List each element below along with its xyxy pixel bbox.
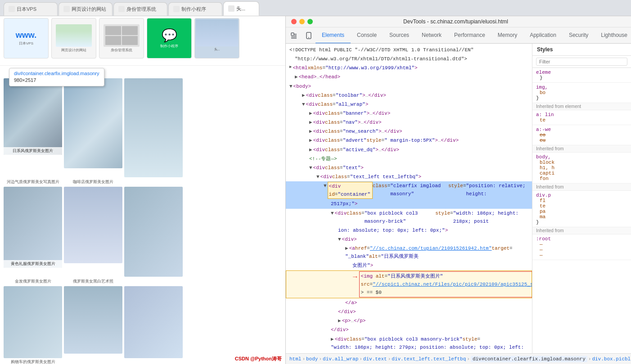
window-max-btn[interactable]	[307, 19, 313, 24]
style-rule-aweb: a:-we co cu	[532, 125, 631, 145]
breadcrumb-sep-2: ›	[319, 356, 322, 362]
thumb-japan-vps[interactable]: www. 日本VPS	[4, 18, 49, 58]
svg-point-6	[308, 37, 309, 38]
img-cell-8[interactable]	[64, 286, 122, 354]
html-line-close-box1: </div>	[286, 325, 532, 334]
html-line-doctype: <!DOCTYPE html PUBLIC "-//W3C//DTD XHTML…	[286, 45, 532, 54]
html-line-box2: ▶ <div class="box picblock col3 masonry-…	[286, 335, 532, 354]
html-line-a-tag: ▶ <a href="//sc.chinaz.com/tupian/210915…	[286, 244, 532, 261]
image-row-1: 日系风俄罗斯美女图片	[4, 78, 282, 177]
html-line-close-div1: </div>	[286, 307, 532, 316]
browser-tab-japan-vps[interactable]: 日本VPS	[4, 2, 58, 16]
dt-tab-elements[interactable]: Elements	[316, 27, 351, 44]
img-label-1: 日系风俄罗斯美女图片	[4, 147, 62, 155]
browser-tab-webdesign[interactable]: 网页设计的网站	[59, 2, 113, 16]
html-line-head: ▶ <head>…</head>	[286, 72, 532, 81]
img-cell-2[interactable]	[64, 78, 122, 168]
dt-tab-application[interactable]: Application	[523, 27, 563, 44]
browser-tab-miniapp[interactable]: 制作小程序	[168, 2, 222, 16]
image-grid: 日系风俄罗斯美女图片 河边气质俄罗斯美女写真图片 咖啡店俄罗斯美女图片	[0, 75, 285, 364]
html-line-container-cont: 2517px;">	[286, 199, 532, 208]
dt-tab-console[interactable]: Console	[351, 27, 383, 44]
breadcrumb-container[interactable]: div#container.clearfix.imgload.masonry	[471, 356, 587, 362]
breadcrumb-body[interactable]: body	[306, 356, 318, 362]
image-label-row-2: 金发俄罗斯美女图片 俄罗斯美女黑白艺术照	[4, 279, 282, 284]
devtools-title-text: DevTools - sc.chinaz.com/tupian/eluosi.h…	[403, 18, 508, 25]
svg-rect-0	[291, 33, 294, 36]
style-rule-body: body, block h1, h capti fon	[532, 153, 631, 184]
html-line-box1: ▼ <div class="box picblock col3 masonry-…	[286, 209, 532, 226]
html-line-html: ▶ <html xmlns="http://www.w3.org/1999/xh…	[286, 63, 532, 72]
html-line-activedq: ▶ <div class="active_dq" >…</div>	[286, 145, 532, 154]
breadcrumb-sep-6: ›	[588, 356, 591, 362]
thumb-label-2: 网页设计的网站	[61, 48, 86, 53]
browser-tab-bar: 日本VPS 网页设计的网站 身份管理系统 制作小程序 头...	[0, 0, 631, 16]
thumb-label-3: 身份管理系统	[111, 48, 132, 53]
devtools-breadcrumb-bar: html › body › div.all_wrap › div.text › …	[286, 353, 631, 364]
breadcrumb-html[interactable]: html	[289, 356, 301, 362]
thumb-miniapp[interactable]: 💬 制作小程序	[147, 18, 192, 58]
devtools-titlebar: DevTools - sc.chinaz.com/tupian/eluosi.h…	[286, 16, 631, 27]
img-cell-9[interactable]	[124, 286, 183, 358]
style-rule-1: eleme }	[532, 68, 631, 83]
inspect-icon[interactable]	[286, 27, 302, 44]
html-line-advert: ▶ <div class="advert" style=" margin-top…	[286, 136, 532, 145]
styles-filter-input[interactable]	[536, 58, 627, 66]
devtools-main-content: <!DOCTYPE html PUBLIC "-//W3C//DTD XHTML…	[286, 44, 631, 353]
style-rule-2: img, bo }	[532, 83, 631, 103]
dt-tab-lighthouse[interactable]: Lighthouse	[595, 27, 631, 44]
thumb-label-4: 制作小程序	[160, 44, 178, 49]
img-cell-1[interactable]: 日系风俄罗斯美女图片	[4, 78, 62, 155]
browser-tab-active[interactable]: 头...	[223, 1, 259, 16]
thumb-webdesign[interactable]: 网页设计的网站	[51, 18, 96, 58]
inspect-tooltip: div#container.clearfix.imgload.masonry 9…	[9, 68, 104, 86]
inherit-label-3: Inherited from	[532, 184, 631, 191]
img-cell-6[interactable]	[124, 187, 183, 277]
html-line-dtd: "http://www.w3.org/TR/xhtml1/DTD/xhtml1-…	[286, 54, 532, 63]
breadcrumb-sep-3: ›	[359, 356, 362, 362]
mobile-icon[interactable]	[302, 27, 316, 44]
html-line-comment: <!--专题—>	[286, 154, 532, 163]
dt-tab-network[interactable]: Network	[415, 27, 448, 44]
styles-header: Styles	[532, 44, 631, 56]
inherit-label-1: Inherited from element	[532, 103, 631, 110]
dt-tab-performance[interactable]: Performance	[448, 27, 491, 44]
webpage-thumbnails: www. 日本VPS 网页设计的网站 身份管理系统	[0, 16, 285, 66]
html-line-search: ▶ <div class="new_search" >…</div>	[286, 127, 532, 136]
browser-tab-identity[interactable]: 身份管理系统	[113, 2, 167, 16]
html-line-allwrap: ▼ <div class="all_wrap" >	[286, 100, 532, 109]
tab-label-webdesign: 网页设计的网站	[72, 6, 106, 13]
breadcrumb-textleft[interactable]: div.text_left.text_leftbq	[392, 356, 466, 362]
img-cell-3[interactable]	[124, 78, 183, 177]
breadcrumb-divtext[interactable]: div.text	[363, 356, 387, 362]
dt-tab-memory[interactable]: Memory	[491, 27, 523, 44]
html-line-text: ▼ <div class="text" >	[286, 163, 532, 172]
dt-tab-security[interactable]: Security	[563, 27, 595, 44]
img-cell-5[interactable]	[64, 187, 122, 263]
html-line-img[interactable]: → <img alt="日系风俄罗斯美女图片" src="//scpic1.ch…	[286, 270, 532, 298]
window-close-btn[interactable]	[291, 19, 297, 24]
tab-label-identity: 身份管理系统	[126, 6, 156, 13]
main-split: www. 日本VPS 网页设计的网站 身份管理系统	[0, 16, 631, 364]
html-panel[interactable]: <!DOCTYPE html PUBLIC "-//W3C//DTD XHTML…	[286, 44, 532, 353]
breadcrumb-sep-1: ›	[302, 356, 305, 362]
window-min-btn[interactable]	[299, 19, 305, 24]
style-rule-alink: a: lin te	[532, 110, 631, 125]
html-line-box1-cont: ion: absolute; top: 0px; left: 0px;">	[286, 226, 532, 235]
html-line-banner: ▶ <div class="banner" >…</div>	[286, 109, 532, 118]
tab-label-active: 头...	[236, 5, 245, 12]
html-line-p: ▶ <p>…</p>	[286, 316, 532, 325]
dt-tab-sources[interactable]: Sources	[383, 27, 415, 44]
style-rule-root: :root — — —	[532, 234, 631, 260]
img-cell-7[interactable]	[4, 286, 62, 358]
thumb-active[interactable]: 头...	[194, 18, 239, 58]
breadcrumb-box[interactable]: div.box.picblock.ci...	[592, 356, 631, 362]
img-cell-4[interactable]: 黄色礼服俄罗斯美女图片	[4, 187, 62, 268]
thumb-identity[interactable]: 身份管理系统	[99, 18, 144, 58]
styles-filter-row	[532, 56, 631, 68]
tooltip-size: 980×2517	[14, 77, 99, 84]
html-line-container[interactable]: ▼ <div id="container" class="clearfix im…	[286, 181, 532, 199]
devtools-panel: DevTools - sc.chinaz.com/tupian/eluosi.h…	[286, 16, 631, 364]
breadcrumb-allwrap[interactable]: div.all_wrap	[323, 356, 358, 362]
tooltip-selector: div#container.clearfix.imgload.masonry	[14, 70, 99, 77]
